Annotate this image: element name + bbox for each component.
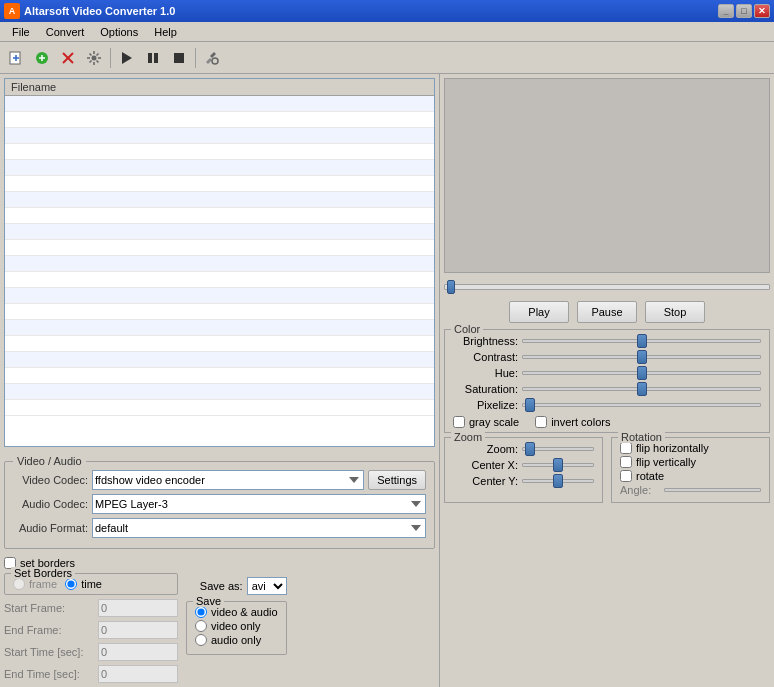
save-as-row: Save as: avi mp4 mkv	[200, 577, 287, 595]
save-video-only-radio[interactable]	[195, 620, 207, 632]
saturation-row: Saturation:	[453, 382, 761, 396]
end-frame-input[interactable]	[98, 621, 178, 639]
gray-scale-label[interactable]: gray scale	[453, 416, 519, 428]
codec-settings-button[interactable]: Settings	[368, 470, 426, 490]
end-frame-label: End Frame:	[4, 624, 94, 636]
contrast-slider[interactable]	[522, 350, 761, 364]
remove-button[interactable]	[56, 46, 80, 70]
save-video-audio-label[interactable]: video & audio	[195, 606, 278, 618]
video-codec-row: Video Codec: ffdshow video encoder Setti…	[13, 470, 426, 490]
zoom-slider[interactable]	[522, 442, 594, 456]
pixelize-slider[interactable]	[522, 398, 761, 412]
save-group: Save video & audio video only audio only	[186, 601, 287, 655]
audio-codec-row: Audio Codec: MPEG Layer-3	[13, 494, 426, 514]
flip-h-label[interactable]: flip horizontally	[620, 442, 761, 454]
flip-v-checkbox[interactable]	[620, 456, 632, 468]
play-button[interactable]	[115, 46, 139, 70]
invert-colors-label[interactable]: invert colors	[535, 416, 610, 428]
seek-bar-container	[444, 277, 770, 297]
pause-button[interactable]	[141, 46, 165, 70]
menu-options[interactable]: Options	[92, 24, 146, 40]
close-button[interactable]: ✕	[754, 4, 770, 18]
svg-point-4	[92, 55, 97, 60]
toolbar	[0, 42, 774, 74]
svg-point-9	[212, 58, 218, 64]
maximize-button[interactable]: □	[736, 4, 752, 18]
menu-help[interactable]: Help	[146, 24, 185, 40]
file-list-row	[5, 224, 434, 240]
toolbar-sep-2	[195, 48, 196, 68]
file-list-row	[5, 320, 434, 336]
frame-radio-label[interactable]: frame	[13, 578, 57, 590]
end-frame-row: End Frame:	[4, 621, 178, 639]
start-frame-input[interactable]	[98, 599, 178, 617]
time-radio[interactable]	[65, 578, 77, 590]
zoom-row: Zoom:	[453, 442, 594, 456]
filename-column-header: Filename	[11, 81, 56, 93]
flip-h-checkbox[interactable]	[620, 442, 632, 454]
start-frame-label: Start Frame:	[4, 602, 94, 614]
pause-btn[interactable]: Pause	[577, 301, 637, 323]
minimize-button[interactable]: _	[718, 4, 734, 18]
file-list-row	[5, 192, 434, 208]
end-time-input[interactable]	[98, 665, 178, 683]
angle-label: Angle:	[620, 484, 660, 496]
save-audio-only-radio[interactable]	[195, 634, 207, 646]
audio-codec-label: Audio Codec:	[13, 498, 88, 510]
window-controls: _ □ ✕	[718, 4, 770, 18]
frame-radio[interactable]	[13, 578, 25, 590]
file-list-row	[5, 112, 434, 128]
file-list-row	[5, 240, 434, 256]
brightness-label: Brightness:	[453, 335, 518, 347]
center-x-slider[interactable]	[522, 458, 594, 472]
save-as-select[interactable]: avi mp4 mkv	[247, 577, 287, 595]
video-audio-group: Video / Audio Video Codec: ffdshow video…	[4, 461, 435, 549]
rotation-title: Rotation	[618, 431, 665, 443]
wrench-button[interactable]	[82, 46, 106, 70]
menu-convert[interactable]: Convert	[38, 24, 93, 40]
save-video-audio-radio[interactable]	[195, 606, 207, 618]
center-x-label: Center X:	[453, 459, 518, 471]
start-time-row: Start Time [sec]:	[4, 643, 178, 661]
rotate-checkbox[interactable]	[620, 470, 632, 482]
save-as-label: Save as:	[200, 580, 243, 592]
color-checkboxes: gray scale invert colors	[453, 416, 761, 428]
contrast-row: Contrast:	[453, 350, 761, 364]
video-codec-select[interactable]: ffdshow video encoder	[92, 470, 364, 490]
seek-bar[interactable]	[444, 284, 770, 290]
menu-file[interactable]: File	[4, 24, 38, 40]
angle-slider[interactable]	[664, 488, 761, 492]
flip-v-label[interactable]: flip vertically	[620, 456, 761, 468]
invert-colors-checkbox[interactable]	[535, 416, 547, 428]
play-btn[interactable]: Play	[509, 301, 569, 323]
rotate-label[interactable]: rotate	[620, 470, 761, 482]
audio-format-select[interactable]: default	[92, 518, 426, 538]
svg-rect-8	[174, 53, 184, 63]
file-list[interactable]: Filename	[4, 78, 435, 447]
contrast-label: Contrast:	[453, 351, 518, 363]
left-panel: Filename	[0, 74, 440, 687]
right-panel: Play Pause Stop Color Brightness: Contra…	[440, 74, 774, 687]
add-file-button[interactable]	[4, 46, 28, 70]
center-y-slider[interactable]	[522, 474, 594, 488]
hue-slider[interactable]	[522, 366, 761, 380]
add-green-button[interactable]	[30, 46, 54, 70]
saturation-slider[interactable]	[522, 382, 761, 396]
audio-codec-select[interactable]: MPEG Layer-3	[92, 494, 426, 514]
seek-thumb[interactable]	[447, 280, 455, 294]
zoom-section: Zoom Zoom: Center X: Center Y:	[444, 437, 603, 503]
start-time-input[interactable]	[98, 643, 178, 661]
start-time-label: Start Time [sec]:	[4, 646, 94, 658]
save-video-only-label[interactable]: video only	[195, 620, 278, 632]
file-list-row	[5, 352, 434, 368]
gray-scale-checkbox[interactable]	[453, 416, 465, 428]
saturation-label: Saturation:	[453, 383, 518, 395]
stop-button[interactable]	[167, 46, 191, 70]
tools-button[interactable]	[200, 46, 224, 70]
save-audio-only-label[interactable]: audio only	[195, 634, 278, 646]
stop-btn[interactable]: Stop	[645, 301, 705, 323]
main-layout: Filename	[0, 74, 774, 687]
brightness-slider[interactable]	[522, 334, 761, 348]
time-radio-label[interactable]: time	[65, 578, 102, 590]
file-list-row	[5, 368, 434, 384]
